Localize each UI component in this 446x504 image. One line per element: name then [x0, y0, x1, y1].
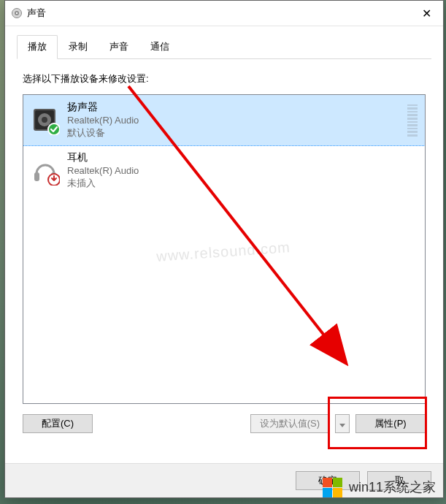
- sound-dialog: 声音 ✕ 播放 录制 声音 通信 选择以下播放设备来修改设置:: [4, 0, 444, 498]
- dialog-title: 声音: [27, 7, 410, 20]
- configure-button[interactable]: 配置(C): [23, 414, 93, 433]
- tab-playback[interactable]: 播放: [17, 35, 58, 59]
- svg-point-7: [48, 123, 60, 135]
- device-driver: Realtek(R) Audio: [67, 115, 401, 126]
- device-row[interactable]: 扬声器 Realtek(R) Audio 默认设备: [23, 94, 426, 146]
- device-name: 耳机: [67, 151, 418, 164]
- set-default-button[interactable]: 设为默认值(S): [250, 414, 329, 433]
- volume-meter: [407, 104, 418, 137]
- headphones-icon: [31, 156, 60, 186]
- svg-point-2: [16, 12, 18, 14]
- close-icon: ✕: [422, 7, 431, 20]
- dialog-body: 播放 录制 声音 通信 选择以下播放设备来修改设置:: [5, 26, 443, 446]
- svg-rect-8: [34, 172, 39, 181]
- set-default-dropdown[interactable]: [335, 414, 350, 433]
- device-driver: Realtek(R) Audio: [67, 165, 418, 176]
- device-list[interactable]: 扬声器 Realtek(R) Audio 默认设备: [23, 94, 426, 404]
- device-info: 耳机 Realtek(R) Audio 未插入: [67, 151, 418, 190]
- brand-text: win11系统之家: [349, 478, 436, 496]
- speaker-icon: [31, 106, 60, 135]
- sound-dialog-icon: [11, 7, 23, 19]
- device-buttons-row: 配置(C) 设为默认值(S) 属性(P): [23, 414, 426, 433]
- tabstrip: 播放 录制 声音 通信: [17, 35, 431, 59]
- device-info: 扬声器 Realtek(R) Audio 默认设备: [67, 101, 401, 140]
- tab-recording[interactable]: 录制: [58, 35, 99, 58]
- svg-point-6: [42, 117, 47, 123]
- close-button[interactable]: ✕: [410, 1, 443, 26]
- windows-logo-icon: [323, 477, 343, 497]
- tab-sounds[interactable]: 声音: [99, 35, 139, 58]
- titlebar: 声音 ✕: [5, 1, 443, 26]
- device-name: 扬声器: [67, 101, 401, 114]
- chevron-down-icon: [339, 424, 345, 427]
- properties-button[interactable]: 属性(P): [355, 414, 426, 433]
- brand-badge: win11系统之家: [315, 470, 446, 504]
- device-row[interactable]: 耳机 Realtek(R) Audio 未插入: [23, 145, 425, 196]
- tab-playback-pane: 选择以下播放设备来修改设置: 扬声器: [17, 59, 431, 439]
- tab-communications[interactable]: 通信: [139, 35, 180, 58]
- instruction-text: 选择以下播放设备来修改设置:: [23, 72, 426, 85]
- device-status: 未插入: [67, 177, 418, 190]
- device-status: 默认设备: [67, 126, 401, 140]
